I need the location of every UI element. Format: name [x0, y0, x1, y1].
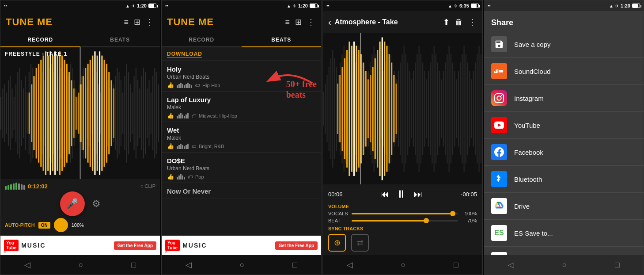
beat-item-3[interactable]: DO$E Urban Nerd Beats 👍 🏷 Pop [162, 153, 321, 183]
share-item-youtube[interactable]: YouTube [484, 112, 644, 139]
player-back-3[interactable]: ‹ [328, 17, 331, 27]
svg-rect-197 [456, 80, 457, 138]
pitch-knob-1[interactable] [54, 218, 68, 232]
like-icon-3[interactable]: 👍 [167, 173, 174, 180]
beat-artist-2: Malek [167, 135, 316, 141]
beat-item-2[interactable]: Wet Malek 👍 🏷 [162, 122, 321, 153]
beat-tags-1: 👍 🏷 Midwest, Hip-Hop [167, 112, 316, 119]
vocals-thumb[interactable] [450, 211, 455, 216]
tab-beats-1[interactable]: BEATS [80, 33, 160, 47]
home-nav-3[interactable]: ○ [401, 260, 406, 270]
sync-swap-btn[interactable]: ⇄ [351, 234, 369, 252]
like-icon-0[interactable]: 👍 [167, 82, 174, 88]
svg-rect-2 [2, 88, 3, 138]
sync-section-3: SYNC TRACKS ⊕ ⇄ [328, 226, 477, 252]
get-app-btn-2[interactable]: Get the Free App [275, 241, 318, 250]
autopitch-on-badge-1[interactable]: ON [38, 222, 50, 229]
back-nav-4[interactable]: ◁ [508, 260, 514, 270]
home-nav-4[interactable]: ○ [562, 260, 567, 270]
status-bar-4: ▪▪ ▲ ✈ 1:20 [484, 0, 644, 11]
svg-rect-167 [400, 63, 401, 155]
back-nav-2[interactable]: ◁ [186, 260, 192, 270]
forward-btn-3[interactable]: ⏭ [414, 189, 423, 199]
svg-rect-69 [128, 72, 129, 154]
tab-record-2[interactable]: RECORD [162, 33, 242, 47]
svg-rect-229 [379, 42, 380, 176]
svg-rect-119 [106, 64, 107, 163]
home-nav-1[interactable]: ○ [79, 260, 83, 270]
playlist-icon-2[interactable]: ≡ [284, 17, 291, 28]
svg-rect-182 [428, 71, 429, 147]
recent-nav-4[interactable]: □ [615, 260, 620, 270]
screen-beats: ▪▪ ▲ ✈ 1:20 TUNE ME ≡ ⊞ ⋮ RECORD BEATS D… [161, 0, 322, 275]
svg-rect-210 [481, 54, 481, 164]
volume-section-3: VOLUME VOCALS 100% BEAT [328, 204, 477, 223]
svg-rect-64 [119, 72, 120, 154]
more-icon[interactable]: ⋮ [145, 16, 155, 28]
svg-rect-189 [441, 80, 442, 138]
share-item-save[interactable]: Save a copy [484, 31, 644, 58]
svg-rect-209 [479, 46, 480, 172]
get-app-btn-1[interactable]: Get the Free App [114, 241, 156, 250]
tab-record-1[interactable]: RECORD [0, 33, 80, 47]
more-icon-2[interactable]: ⋮ [306, 16, 316, 28]
beat-name-3: DO$E [167, 157, 316, 164]
share-item-soundcloud[interactable]: SoundCloud [484, 58, 644, 85]
settings-button-1[interactable]: ⚙ [92, 198, 101, 210]
pause-btn-3[interactable]: ⏸ [396, 188, 407, 200]
like-icon-1[interactable]: 👍 [167, 112, 174, 119]
ad-close-2[interactable]: ✕ [164, 249, 168, 254]
like-icon-2[interactable]: 👍 [167, 143, 174, 149]
share-item-bluetooth[interactable]: Bluetooth [484, 166, 644, 193]
home-nav-2[interactable]: ○ [240, 260, 245, 270]
vocals-track[interactable] [352, 213, 458, 214]
share-item-gmail[interactable]: Gmail [484, 247, 644, 255]
back-nav-1[interactable]: ◁ [24, 260, 30, 270]
svg-rect-231 [384, 42, 385, 176]
svg-rect-220 [358, 50, 360, 168]
tab-beats-2[interactable]: BEATS [242, 33, 322, 47]
beat-track[interactable] [352, 220, 458, 222]
back-nav-3[interactable]: ◁ [347, 260, 353, 270]
svg-rect-168 [402, 54, 402, 164]
ad-close-1[interactable]: ✕ [3, 249, 7, 254]
delete-icon-3[interactable]: 🗑 [454, 17, 464, 28]
screen-share: ▪▪ ▲ ✈ 1:20 Share Save a copy [484, 0, 644, 275]
recent-nav-3[interactable]: □ [454, 260, 458, 270]
svg-rect-218 [353, 42, 355, 176]
svg-rect-75 [139, 88, 140, 138]
svg-rect-214 [344, 58, 345, 159]
status-left-1: ▪▪ [4, 4, 7, 8]
ad-banner-2[interactable]: YouTube MUSIC Get the Free App ✕ [162, 236, 321, 255]
share-item-facebook[interactable]: Facebook [484, 139, 644, 166]
share-item-instagram[interactable]: Instagram [484, 85, 644, 112]
header-icons-1: ≡ ⊞ ⋮ [123, 16, 155, 28]
vol-seg [5, 186, 7, 190]
more-icon-3[interactable]: ⋮ [467, 16, 477, 28]
download-tab-2[interactable]: DOWNLOAD [162, 47, 321, 61]
rewind-btn-3[interactable]: ⏮ [380, 189, 389, 199]
record-button-1[interactable]: 🎤 [60, 191, 85, 216]
svg-rect-126 [323, 92, 324, 126]
sync-crosshair-btn[interactable]: ⊕ [328, 234, 346, 252]
svg-rect-234 [391, 63, 392, 155]
share-item-essave[interactable]: ES ES Save to... [484, 220, 644, 247]
svg-rect-110 [85, 68, 86, 159]
svg-rect-190 [443, 71, 444, 147]
grid-icon-2[interactable]: ⊞ [294, 16, 303, 28]
share-icon-3[interactable]: ⬆ [442, 16, 451, 28]
status-right-1: ▲ ✈ 1:20 [125, 3, 156, 8]
mini-bars-1 [177, 113, 189, 118]
ad-banner-1[interactable]: YouTube MUSIC Get the Free App ✕ [0, 236, 160, 255]
time-display-1: 0:12:02 [28, 183, 48, 190]
beat-fill [352, 220, 426, 222]
beat-item-4[interactable]: Now Or Never [162, 183, 321, 199]
recent-nav-1[interactable]: □ [131, 260, 136, 270]
recent-nav-2[interactable]: □ [292, 260, 297, 270]
share-item-drive[interactable]: Drive [484, 193, 644, 220]
beat-thumb[interactable] [424, 218, 429, 223]
yt-logo-1: YouTube MUSIC [4, 240, 45, 251]
annotation-2: 50+ freebeats [264, 61, 317, 89]
playlist-icon[interactable]: ≡ [123, 17, 129, 28]
grid-icon[interactable]: ⊞ [133, 16, 141, 28]
